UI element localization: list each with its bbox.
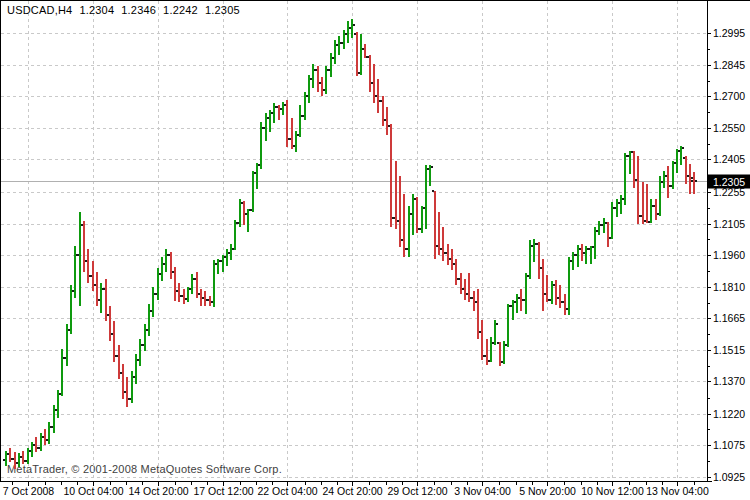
ohlc-bar — [20, 451, 26, 464]
ohlc-bar — [605, 222, 611, 247]
svg-text:1.1665: 1.1665 — [713, 312, 745, 324]
ohlc-bar — [488, 337, 494, 362]
ohlc-bar — [81, 221, 87, 272]
ohlc-bar — [648, 199, 654, 223]
ohlc-bar — [449, 249, 455, 270]
ohlc-bar — [614, 199, 620, 217]
ohlc-bar — [492, 320, 498, 345]
svg-text:1.2105: 1.2105 — [713, 218, 745, 230]
svg-text:1.0925: 1.0925 — [713, 471, 745, 483]
ohlc-bar — [631, 151, 637, 188]
y-axis-price-scale[interactable]: 1.29951.28451.27001.25501.24051.22551.21… — [707, 27, 745, 483]
ohlc-bar — [202, 291, 208, 306]
ohlc-bar — [107, 306, 113, 341]
ohlc-bar — [349, 19, 355, 38]
x-axis-time-scale[interactable]: 7 Oct 200810 Oct 04:0014 Oct 20:0017 Oct… — [3, 482, 709, 497]
ohlc-bar — [514, 294, 520, 313]
svg-text:1.1515: 1.1515 — [713, 344, 745, 356]
ohlc-bar — [16, 453, 22, 467]
ohlc-bar — [59, 349, 65, 396]
svg-text:3 Nov 04:00: 3 Nov 04:00 — [454, 485, 511, 497]
ohlc-bars — [3, 19, 697, 469]
ohlc-bar — [540, 259, 546, 311]
ohlc-bar — [332, 40, 338, 64]
svg-text:10 Oct 04:00: 10 Oct 04:00 — [63, 485, 123, 497]
ohlc-bar — [77, 212, 83, 306]
ohlc-bar — [90, 261, 96, 291]
svg-text:29 Oct 12:00: 29 Oct 12:00 — [387, 485, 447, 497]
ohlc-bar — [280, 102, 286, 115]
ohlc-bar — [627, 151, 633, 174]
quote-high: 1.2346 — [121, 4, 156, 16]
svg-text:1.2550: 1.2550 — [713, 122, 745, 134]
ohlc-bar — [172, 267, 178, 301]
ohlc-bar — [155, 268, 161, 300]
ohlc-bar — [12, 452, 18, 469]
ohlc-bar — [245, 209, 251, 232]
svg-text:7 Oct 2008: 7 Oct 2008 — [3, 485, 55, 497]
ohlc-bar — [588, 246, 594, 264]
ohlc-bar — [254, 163, 260, 189]
ohlc-bar — [557, 285, 563, 308]
ohlc-bar — [146, 304, 152, 336]
svg-text:24 Oct 20:00: 24 Oct 20:00 — [322, 485, 382, 497]
ohlc-bar — [618, 195, 624, 214]
ohlc-bar — [129, 371, 135, 403]
ohlc-bar — [176, 283, 182, 302]
ohlc-bar — [42, 429, 48, 445]
quote-close: 1.2305 — [205, 4, 240, 16]
ohlc-bar — [562, 294, 568, 315]
ohlc-bar — [596, 221, 602, 235]
ohlc-bar — [653, 199, 659, 220]
ohlc-bar — [46, 422, 52, 444]
ohlc-bar — [228, 244, 234, 260]
ohlc-bar — [371, 64, 377, 103]
ohlc-bar — [453, 259, 459, 285]
ohlc-bar — [523, 273, 529, 314]
ohlc-bar — [142, 324, 148, 351]
ohlc-bar — [531, 239, 537, 262]
ohlc-bar — [674, 149, 680, 173]
ohlc-bar — [289, 118, 295, 149]
svg-text:14 Oct 20:00: 14 Oct 20:00 — [128, 485, 188, 497]
chart-title: USDCAD,H41.23041.23461.22421.2305 — [7, 4, 247, 16]
ohlc-bar — [687, 164, 693, 194]
ohlc-bar — [393, 161, 399, 229]
ohlc-bar — [462, 279, 468, 300]
ohlc-bar — [336, 36, 342, 55]
quote-open: 1.2304 — [79, 4, 114, 16]
ohlc-bar — [163, 249, 169, 272]
ohlc-bar — [388, 124, 394, 227]
ohlc-bar — [401, 194, 407, 257]
svg-text:1.1810: 1.1810 — [713, 281, 745, 293]
svg-text:5 Nov 20:00: 5 Nov 20:00 — [519, 485, 576, 497]
ohlc-bar — [397, 176, 403, 247]
current-price-box: 1.2305 — [708, 175, 750, 189]
ohlc-bar — [553, 280, 559, 305]
ohlc-bar — [380, 96, 386, 126]
ohlc-bar — [345, 21, 351, 43]
ohlc-bar — [566, 257, 572, 315]
ohlc-bar — [358, 34, 364, 75]
ohlc-bar — [432, 191, 438, 259]
ohlc-bar — [189, 274, 195, 294]
chart-title-symbol: USDCAD,H4 — [7, 4, 72, 16]
price-chart[interactable]: 1.29951.28451.27001.25501.24051.22551.21… — [0, 0, 750, 500]
ohlc-bar — [384, 107, 390, 135]
ohlc-bar — [211, 260, 217, 307]
ohlc-bar — [670, 161, 676, 189]
ohlc-bar — [310, 64, 316, 88]
ohlc-bar — [315, 66, 321, 92]
ohlc-bar — [640, 182, 646, 224]
ohlc-bar — [536, 242, 542, 279]
quote-low: 1.2242 — [163, 4, 198, 16]
ohlc-bar — [414, 197, 420, 233]
ohlc-bar — [120, 364, 126, 399]
svg-text:17 Oct 12:00: 17 Oct 12:00 — [193, 485, 253, 497]
svg-text:1.2700: 1.2700 — [713, 90, 745, 102]
ohlc-bar — [661, 171, 667, 188]
ohlc-bar — [133, 354, 139, 384]
ohlc-bar — [445, 244, 451, 265]
ohlc-bar — [250, 171, 256, 212]
ohlc-bar — [38, 433, 44, 451]
